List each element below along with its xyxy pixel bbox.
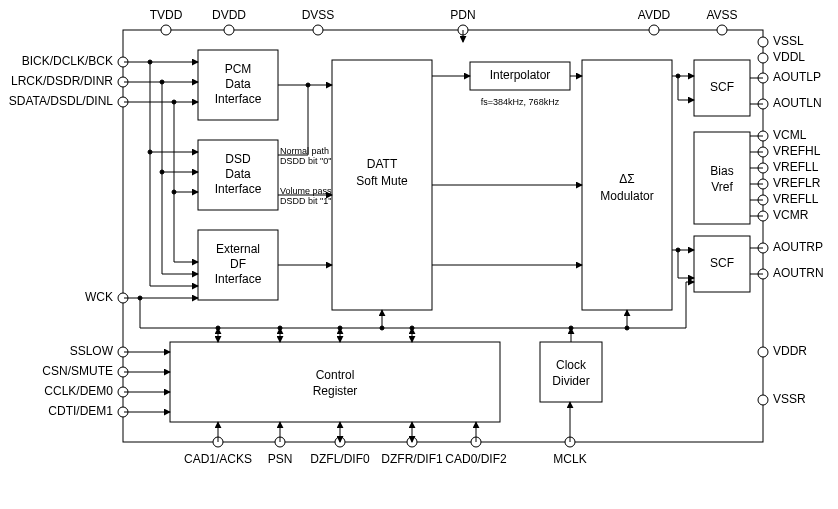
- pin-label: AOUTRN: [773, 266, 824, 280]
- pin-label: DVSS: [302, 8, 335, 22]
- pin-label: AVSS: [706, 8, 737, 22]
- pin-label: VREFLL: [773, 192, 819, 206]
- dsm-l2: Modulator: [600, 189, 653, 203]
- datt-l2: Soft Mute: [356, 174, 408, 188]
- ext-l1: External: [216, 242, 260, 256]
- scf-top-label: SCF: [710, 80, 734, 94]
- pin-label: CSN/SMUTE: [42, 364, 113, 378]
- svg-point-28: [676, 74, 680, 78]
- svg-point-58: [338, 326, 342, 330]
- pin-label: VSSL: [773, 34, 804, 48]
- pin-label: VDDR: [773, 344, 807, 358]
- svg-point-63: [380, 326, 384, 330]
- pin-label: VCMR: [773, 208, 809, 222]
- pin-label: TVDD: [150, 8, 183, 22]
- clk-l1: Clock: [556, 358, 587, 372]
- svg-point-57: [278, 326, 282, 330]
- pin-label: VSSR: [773, 392, 806, 406]
- pin-label: PSN: [268, 452, 293, 466]
- svg-point-7: [160, 80, 164, 84]
- dsd-note1b: DSDD bit "0": [280, 156, 331, 166]
- svg-point-6: [148, 60, 152, 64]
- pin-label: DVDD: [212, 8, 246, 22]
- pin-VDDR: [758, 347, 768, 357]
- clk-l2: Divider: [552, 374, 589, 388]
- pin-label: PDN: [450, 8, 475, 22]
- svg-point-56: [216, 326, 220, 330]
- pin-label: VDDL: [773, 50, 805, 64]
- ext-l3: Interface: [215, 272, 262, 286]
- pin-label: DZFL/DIF0: [310, 452, 370, 466]
- pcm-l1: PCM: [225, 62, 252, 76]
- block-diagram: TVDDDVDDDVSSPDNAVDDAVSS BICK/DCLK/BCKLRC…: [0, 0, 838, 509]
- pin-label: BICK/DCLK/BCK: [22, 54, 113, 68]
- pin-AVSS: [717, 25, 727, 35]
- svg-point-8: [172, 100, 176, 104]
- pin-VDDL: [758, 53, 768, 63]
- pin-label: AVDD: [638, 8, 671, 22]
- pin-DVDD: [224, 25, 234, 35]
- pin-label: VREFHL: [773, 144, 821, 158]
- pin-label: AOUTLP: [773, 70, 821, 84]
- pin-TVDD: [161, 25, 171, 35]
- pin-label: MCLK: [553, 452, 586, 466]
- pin-label: VCML: [773, 128, 807, 142]
- pin-label: DZFR/DIF1: [381, 452, 443, 466]
- pin-label: AOUTLN: [773, 96, 822, 110]
- pin-VSSL: [758, 37, 768, 47]
- pin-VSSR: [758, 395, 768, 405]
- pin-AVDD: [649, 25, 659, 35]
- pin-label: LRCK/DSDR/DINR: [11, 74, 113, 88]
- pcm-l2: Data: [225, 77, 251, 91]
- pcm-l3: Interface: [215, 92, 262, 106]
- pin-label: VREFLR: [773, 176, 821, 190]
- bias-l1: Bias: [710, 164, 733, 178]
- pin-label: CAD1/ACKS: [184, 452, 252, 466]
- pin-label: SDATA/DSDL/DINL: [9, 94, 114, 108]
- pin-label: WCK: [85, 290, 113, 304]
- pin-label: VREFLL: [773, 160, 819, 174]
- dsd-l2: Data: [225, 167, 251, 181]
- svg-point-69: [569, 326, 573, 330]
- scf-bot-label: SCF: [710, 256, 734, 270]
- svg-point-65: [625, 326, 629, 330]
- pin-label: AOUTRP: [773, 240, 823, 254]
- pin-DVSS: [313, 25, 323, 35]
- dsm-l1: ΔΣ: [619, 172, 634, 186]
- pin-label: CDTI/DEM1: [48, 404, 113, 418]
- dsd-l3: Interface: [215, 182, 262, 196]
- svg-point-59: [410, 326, 414, 330]
- ctrl-l1: Control: [316, 368, 355, 382]
- pin-label: SSLOW: [70, 344, 114, 358]
- interp-label: Interpolator: [490, 68, 551, 82]
- bias-l2: Vref: [711, 180, 733, 194]
- dsd-note2b: DSDD bit "1": [280, 196, 331, 206]
- pin-label: CAD0/DIF2: [445, 452, 507, 466]
- ext-l2: DF: [230, 257, 246, 271]
- pin-label: CCLK/DEM0: [44, 384, 113, 398]
- svg-point-20: [306, 83, 310, 87]
- dsd-l1: DSD: [225, 152, 251, 166]
- svg-point-61: [138, 296, 142, 300]
- datt-l1: DATT: [367, 157, 398, 171]
- interp-note: fs=384kHz, 768kHz: [481, 97, 560, 107]
- ctrl-l2: Register: [313, 384, 358, 398]
- svg-point-30: [676, 248, 680, 252]
